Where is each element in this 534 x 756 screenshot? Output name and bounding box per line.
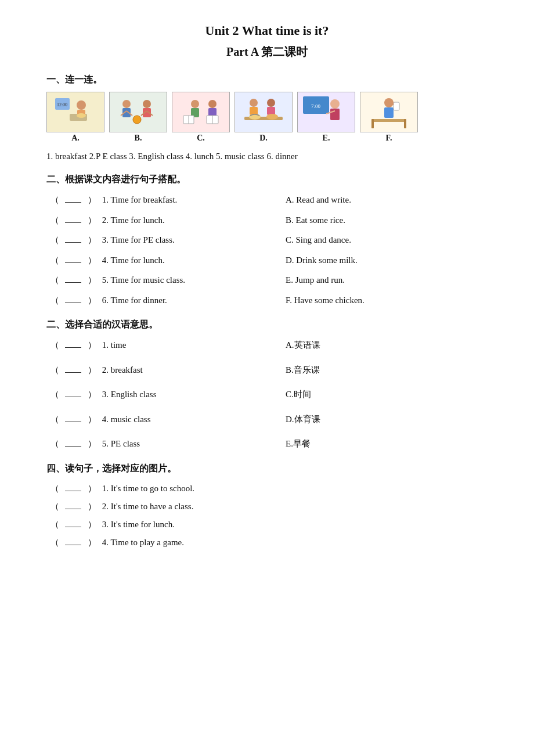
bracket-open: （ xyxy=(46,272,63,289)
match-right: A. Read and write. xyxy=(286,192,488,208)
answer-blank[interactable] xyxy=(65,363,81,373)
bracket-open: （ xyxy=(46,292,63,309)
read-text: 3. It's time for lunch. xyxy=(100,517,175,532)
image-item-F: F. xyxy=(360,92,418,143)
svg-rect-47 xyxy=(404,119,406,128)
match-right: E. Jump and run. xyxy=(286,272,488,289)
page-title: Unit 2 What time is it? xyxy=(46,23,488,38)
answer-blank[interactable] xyxy=(65,273,81,283)
match-right: F. Have some chicken. xyxy=(286,292,488,309)
answer-blank[interactable] xyxy=(65,254,81,263)
answer-blank[interactable] xyxy=(65,500,81,509)
image-label-E: E. xyxy=(323,134,330,143)
answer-blank[interactable] xyxy=(65,536,81,545)
bracket-open: （ xyxy=(46,411,63,428)
svg-point-6 xyxy=(77,113,86,118)
image-item-A: 12:00 A. xyxy=(46,92,104,143)
svg-point-12 xyxy=(143,100,151,108)
bracket-close: ） xyxy=(84,292,100,309)
bracket-close: ） xyxy=(84,499,100,514)
answer-blank[interactable] xyxy=(65,214,81,223)
svg-rect-26 xyxy=(237,93,290,131)
image-C xyxy=(172,92,230,132)
image-label-B: B. xyxy=(135,134,142,143)
match-left: 5. Time for music class. xyxy=(100,272,286,289)
image-F xyxy=(360,92,418,132)
match-left: 2. Time for lunch. xyxy=(100,212,286,229)
cn-match-left: 3. English class xyxy=(100,386,286,403)
bracket-close: ） xyxy=(84,517,100,532)
svg-text:12:00: 12:00 xyxy=(57,102,67,107)
read-text: 2. It's time to have a class. xyxy=(100,499,193,514)
cn-match-left: 4. music class xyxy=(100,411,286,428)
svg-point-29 xyxy=(267,99,275,107)
svg-rect-30 xyxy=(267,107,275,115)
match-left: 6. Time for dinner. xyxy=(100,292,286,309)
section1-title: 一、连一连。 xyxy=(46,74,488,86)
image-E: 7:00 xyxy=(297,92,355,132)
bracket-open: （ xyxy=(46,252,63,269)
answer-blank[interactable] xyxy=(65,437,81,447)
match-right: B. Eat some rice. xyxy=(286,212,488,229)
answer-blank[interactable] xyxy=(65,339,81,348)
read-text: 4. Time to play a game. xyxy=(100,535,184,550)
bracket-close: ） xyxy=(84,411,100,428)
bracket-close: ） xyxy=(84,232,100,249)
bracket-open: （ xyxy=(46,337,63,354)
match-row: （ ） 6. Time for dinner. F. Have some chi… xyxy=(46,292,488,309)
bracket-close: ） xyxy=(84,337,100,354)
svg-rect-17 xyxy=(175,93,227,131)
bracket-close: ） xyxy=(84,192,100,208)
bracket-open: （ xyxy=(46,535,63,550)
svg-rect-42 xyxy=(384,107,394,118)
svg-rect-46 xyxy=(371,119,374,128)
page-subtitle: Part A 第二课时 xyxy=(46,44,488,60)
answer-blank[interactable] xyxy=(65,294,81,303)
image-item-B: B. xyxy=(109,92,167,143)
read-row: （ ） 1. It's time to go to school. xyxy=(46,481,488,496)
bracket-close: ） xyxy=(84,481,100,496)
bracket-open: （ xyxy=(46,386,63,403)
match-row: （ ） 1. Time for breakfast. A. Read and w… xyxy=(46,192,488,208)
cn-match-row: （ ） 2. breakfast B.音乐课 xyxy=(46,362,488,379)
answer-blank[interactable] xyxy=(65,518,81,527)
match-row: （ ） 3. Time for PE class. C. Sing and da… xyxy=(46,232,488,249)
cn-match-row: （ ） 4. music class D.体育课 xyxy=(46,411,488,428)
answer-blank[interactable] xyxy=(65,193,81,203)
match-left: 3. Time for PE class. xyxy=(100,232,286,249)
answer-blank[interactable] xyxy=(65,233,81,243)
read-row: （ ） 3. It's time for lunch. xyxy=(46,517,488,532)
image-label-C: C. xyxy=(197,134,205,143)
match-row: （ ） 4. Time for lunch. D. Drink some mil… xyxy=(46,252,488,269)
match-row: （ ） 2. Time for lunch. B. Eat some rice. xyxy=(46,212,488,229)
match-right: D. Drink some milk. xyxy=(286,252,488,269)
image-item-C: C. xyxy=(172,92,230,143)
cn-match-row: （ ） 1. time A.英语课 xyxy=(46,337,488,354)
match-right: C. Sing and dance. xyxy=(286,232,488,249)
answer-blank[interactable] xyxy=(65,388,81,397)
answer-blank[interactable] xyxy=(65,413,81,422)
section4-title: 四、读句子，选择对应的图片。 xyxy=(46,463,488,475)
svg-point-22 xyxy=(208,100,217,108)
word-list: 1. breakfast 2.P E class 3. English clas… xyxy=(46,149,488,164)
bracket-close: ） xyxy=(84,272,100,289)
svg-point-37 xyxy=(330,99,340,109)
bracket-open: （ xyxy=(46,362,63,379)
image-label-D: D. xyxy=(259,134,268,143)
svg-rect-38 xyxy=(330,109,340,120)
cn-match-left: 2. breakfast xyxy=(100,362,286,379)
bracket-open: （ xyxy=(46,481,63,496)
images-row: 12:00 A. xyxy=(46,92,488,143)
image-A: 12:00 xyxy=(46,92,104,132)
bracket-close: ） xyxy=(84,386,100,403)
section4-rows: （ ） 1. It's time to go to school. （ ） 2.… xyxy=(46,481,488,550)
cn-match-row: （ ） 3. English class C.时间 xyxy=(46,386,488,403)
svg-rect-7 xyxy=(112,93,164,131)
bracket-open: （ xyxy=(46,517,63,532)
image-B xyxy=(109,92,167,132)
svg-point-3 xyxy=(77,100,86,110)
bracket-open: （ xyxy=(46,212,63,229)
svg-point-33 xyxy=(266,114,278,120)
read-row: （ ） 4. Time to play a game. xyxy=(46,535,488,550)
answer-blank[interactable] xyxy=(65,482,81,491)
